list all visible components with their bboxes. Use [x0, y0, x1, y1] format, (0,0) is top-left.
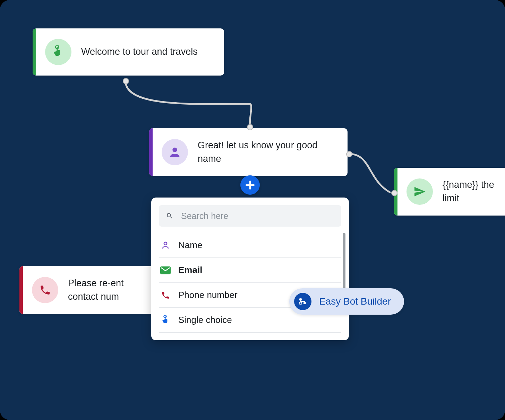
search-placeholder: Search here [181, 211, 228, 221]
option-name[interactable]: Name [159, 233, 341, 258]
node-send[interactable]: {{name}} the limit [394, 168, 505, 216]
svg-rect-5 [299, 302, 302, 304]
option-label: Phone number [178, 290, 238, 300]
add-node-button[interactable] [240, 175, 260, 195]
send-icon [406, 178, 433, 205]
search-input[interactable]: Search here [159, 205, 341, 227]
node-accent [149, 128, 153, 176]
node-welcome[interactable]: Welcome to tour and travels [33, 28, 224, 76]
node-name[interactable]: Great! let us know your good name [149, 128, 348, 176]
svg-rect-3 [299, 298, 302, 300]
option-label: Email [178, 265, 202, 275]
connector-dot[interactable] [391, 190, 397, 196]
connector-dot[interactable] [346, 151, 352, 157]
user-icon [160, 240, 171, 251]
node-type-dropdown: Search here Name Email Phone number Sing [151, 198, 349, 340]
flow-icon [294, 293, 311, 310]
bot-builder-canvas: Welcome to tour and travels Great! let u… [0, 0, 505, 420]
mail-icon [160, 265, 171, 275]
option-label: Single choice [178, 315, 232, 325]
node-accent [33, 28, 36, 76]
tap-icon [45, 39, 71, 65]
phone-icon [160, 290, 171, 300]
node-text: Please re-ent contact num [68, 277, 156, 304]
node-accent [19, 266, 23, 314]
node-text: Great! let us know your good name [198, 139, 335, 166]
node-text: Welcome to tour and travels [81, 45, 198, 59]
option-label: Name [178, 240, 202, 251]
tap-icon [160, 315, 171, 325]
node-phone[interactable]: Please re-ent contact num [19, 266, 169, 314]
phone-icon [32, 277, 58, 303]
option-email[interactable]: Email [159, 258, 341, 283]
search-icon [166, 212, 173, 220]
badge-label: Easy Bot Builder [319, 296, 391, 307]
node-text: {{name}} the limit [443, 178, 496, 205]
svg-rect-4 [303, 302, 306, 304]
connector-dot[interactable] [123, 78, 129, 84]
connector-dot[interactable] [247, 124, 253, 130]
user-icon [162, 139, 188, 165]
feature-badge: Easy Bot Builder [289, 288, 404, 315]
